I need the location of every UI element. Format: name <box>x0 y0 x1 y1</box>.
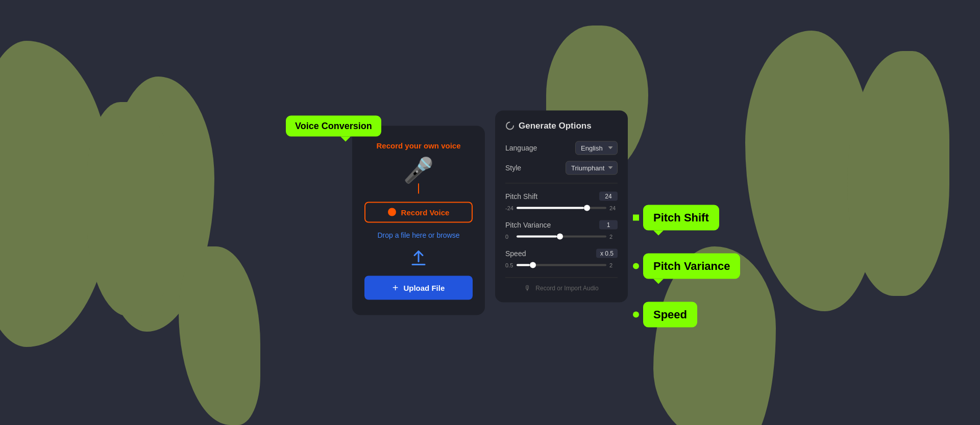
record-voice-button[interactable]: Record Voice <box>364 202 473 222</box>
pitch-variance-tooltip-text: Pitch Variance <box>653 259 730 272</box>
pitch-shift-min: -24 <box>505 205 513 211</box>
style-label: Style <box>505 164 521 172</box>
pitch-variance-label: Pitch Variance <box>505 220 551 229</box>
plus-icon: + <box>393 282 399 293</box>
pitch-shift-tooltip-group: Pitch Shift <box>633 205 719 230</box>
pitch-shift-max: 24 <box>609 205 618 211</box>
speed-header: Speed x 0.5 <box>505 248 618 258</box>
language-label: Language <box>505 144 537 152</box>
bg-blob-5 <box>847 51 949 296</box>
record-button-label: Record Voice <box>401 208 450 216</box>
voice-panel-wrapper: Voice Conversion Record your own voice 🎤… <box>352 126 485 315</box>
panel-title: Generate Options <box>519 120 592 131</box>
upload-icon-container <box>408 247 429 267</box>
upload-button-label: Upload File <box>403 283 445 292</box>
generate-panel-wrapper: Generate Options Language English Spanis… <box>495 110 628 302</box>
speed-slider-row: 0.5 2 <box>505 262 618 268</box>
pitch-shift-label: Pitch Shift <box>505 192 537 200</box>
pitch-variance-thumb[interactable] <box>557 233 563 239</box>
footer-mic-icon: 🎙 <box>524 284 531 292</box>
pitch-variance-fill <box>517 235 557 237</box>
pitch-shift-track[interactable] <box>517 207 606 209</box>
pitch-shift-fill <box>517 207 584 209</box>
pitch-variance-connector-dot <box>633 263 639 269</box>
style-row: Style Triumphant Calm Energetic <box>505 161 618 174</box>
speed-label: Speed <box>505 249 526 257</box>
speed-tooltip-group: Speed <box>633 302 697 327</box>
voice-conversion-tooltip-text: Voice Conversion <box>295 120 372 131</box>
pitch-shift-tooltip: Pitch Shift <box>643 205 719 230</box>
pitch-shift-tooltip-text: Pitch Shift <box>653 211 709 223</box>
pitch-shift-section: Pitch Shift 24 -24 24 <box>505 191 618 211</box>
speed-max: 2 <box>609 262 618 268</box>
mic-icon-container: 🎤 <box>403 158 434 193</box>
drop-file-label: Drop a file here or browse <box>377 231 459 239</box>
language-select[interactable]: English Spanish French <box>575 141 618 155</box>
bg-blob-7 <box>179 246 260 425</box>
panels-container: Voice Conversion Record your own voice 🎤… <box>352 110 628 315</box>
microphone-icon: 🎤 <box>403 158 434 182</box>
style-select[interactable]: Triumphant Calm Energetic <box>566 161 618 174</box>
speed-value: x 0.5 <box>596 248 618 258</box>
pitch-variance-max: 2 <box>609 233 618 239</box>
speed-connector-dot <box>633 311 639 317</box>
pitch-variance-tooltip: Pitch Variance <box>643 253 740 279</box>
speed-tooltip-text: Speed <box>653 308 687 320</box>
panel-header: Generate Options <box>505 120 618 131</box>
pitch-shift-value: 24 <box>599 191 618 201</box>
pitch-shift-slider-row: -24 24 <box>505 205 618 211</box>
refresh-icon <box>505 121 514 130</box>
generate-panel: Generate Options Language English Spanis… <box>495 110 628 302</box>
upload-file-button[interactable]: + Upload File <box>364 276 473 299</box>
pitch-variance-tooltip-group: Pitch Variance <box>633 253 740 279</box>
pitch-variance-min: 0 <box>505 233 513 239</box>
svg-point-0 <box>506 122 513 129</box>
speed-section: Speed x 0.5 0.5 2 <box>505 248 618 268</box>
panel-footer: 🎙 Record or Import Audio <box>505 277 618 292</box>
mic-line <box>418 183 419 193</box>
record-dot-icon <box>388 208 396 216</box>
speed-min: 0.5 <box>505 262 513 268</box>
speed-thumb[interactable] <box>530 262 536 268</box>
record-your-voice-label: Record your own voice <box>376 141 460 149</box>
speed-track[interactable] <box>517 264 606 266</box>
divider-1 <box>505 183 618 183</box>
pitch-shift-thumb[interactable] <box>584 205 590 211</box>
footer-text: Record or Import Audio <box>535 284 598 291</box>
language-row: Language English Spanish French <box>505 141 618 155</box>
voice-panel: Record your own voice 🎤 Record Voice Dro… <box>352 126 485 315</box>
pitch-shift-connector-dot <box>633 214 639 220</box>
pitch-variance-value: 1 <box>599 220 618 229</box>
pitch-shift-header: Pitch Shift 24 <box>505 191 618 201</box>
pitch-variance-track[interactable] <box>517 235 606 237</box>
pitch-variance-section: Pitch Variance 1 0 2 <box>505 220 618 239</box>
speed-fill <box>517 264 530 266</box>
pitch-shift-tooltip-arrow <box>653 230 664 235</box>
pitch-variance-tooltip-arrow <box>653 279 664 284</box>
speed-tooltip: Speed <box>643 302 697 327</box>
upload-icon <box>408 247 429 267</box>
pitch-variance-header: Pitch Variance 1 <box>505 220 618 229</box>
pitch-variance-slider-row: 0 2 <box>505 233 618 239</box>
voice-conversion-tooltip: Voice Conversion <box>286 115 381 136</box>
